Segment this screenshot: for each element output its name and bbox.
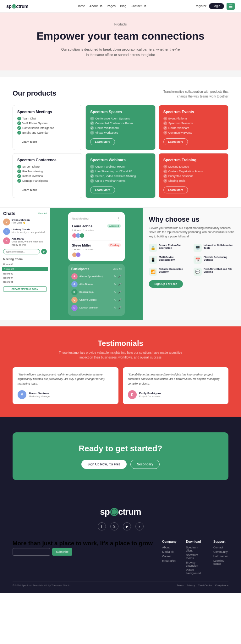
chat-msg: Nice to meet you, see you later! <box>12 231 45 234</box>
product-card-training: Spectrum Training Meeting License Custom… <box>159 153 228 198</box>
participant-3: B Bastian Baja ✎ 🎤 <box>71 289 122 295</box>
participant-name: Aldo Barera <box>79 283 112 286</box>
feature-item: Custom Registration Forms <box>163 169 224 173</box>
hero-tag: Products <box>61 22 180 27</box>
menu-button[interactable]: ☰ <box>227 3 235 10</box>
register-button[interactable]: Register <box>194 4 206 8</box>
hero-subtitle: Our solution is designed to break down g… <box>61 47 180 58</box>
why-feature-text: Real-Time Chat and File Sharing <box>204 268 235 273</box>
meeting-room-title: Meeting Room <box>3 258 47 261</box>
why-title: Why choose us <box>149 215 235 224</box>
nav-pages[interactable]: Pages <box>107 4 116 8</box>
send-button[interactable]: ➤ <box>41 249 47 254</box>
room-1[interactable]: Room #1 <box>3 262 47 266</box>
product-features-conference: Screen Share File Transferring Instant I… <box>17 165 78 183</box>
avatar: D <box>3 219 10 225</box>
footer-compliance[interactable]: Compliance <box>215 584 228 587</box>
room-2-active[interactable]: Room #2 <box>2 267 48 271</box>
participant-name: Bastian Baja <box>79 291 112 293</box>
person-1-time: 2 Hours 15 minutes <box>72 229 121 232</box>
footer-col-company: Company About Media kit Career Integrati… <box>162 540 177 576</box>
testimonials-title: Testimonials <box>13 339 228 348</box>
participant-5: D Damian Johnson ✎ 🎤 <box>71 305 122 311</box>
footer-link-about[interactable]: About <box>162 546 177 549</box>
products-title: Our products <box>13 89 56 97</box>
feature-item: Meeting License <box>163 165 224 169</box>
message-input[interactable] <box>3 249 40 254</box>
cta-secondary-button[interactable]: Secondary <box>130 460 160 469</box>
chat-name: Dylan Johnson <box>12 219 30 221</box>
feature-item: Emails and Calendar <box>17 131 78 135</box>
connection-icon: 📶 <box>149 268 157 276</box>
learn-more-events[interactable]: Learn More <box>163 138 188 145</box>
footer-link-virtual[interactable]: Virtual background <box>186 569 204 575</box>
feature-item: Online Webinars <box>163 126 224 130</box>
footer-privacy[interactable]: Privacy <box>187 584 195 587</box>
product-card-webinars: Spectrum Webinars Custom Webinar Room Li… <box>85 153 155 198</box>
twitter-icon[interactable]: 𝕏 <box>110 522 118 530</box>
footer-link-client[interactable]: Spectrum client <box>186 546 204 552</box>
create-room-button[interactable]: CREATE MEETING ROOM <box>3 286 47 292</box>
nav-blog[interactable]: Blog <box>120 4 126 8</box>
learn-more-meetings[interactable]: Learn More <box>17 139 41 145</box>
nav-about[interactable]: About Us <box>90 4 102 8</box>
subscribe-input[interactable] <box>13 548 50 556</box>
footer-link-media[interactable]: Media kit <box>162 550 177 553</box>
participant-1: A Alyssa Sycinski (Me) ✎ 🎤 <box>71 273 122 280</box>
product-card-meetings: Spectrum Meetings Team Chat VoIP Phone S… <box>13 105 82 150</box>
subscribe-button[interactable]: Subscribe <box>52 548 72 556</box>
room-5[interactable]: Room #5 <box>3 280 47 284</box>
signup-free-button[interactable]: Sign Up For Free <box>149 280 183 288</box>
footer: sp◉ctrum f 𝕏 ▶ ♪ More than just a place … <box>0 496 241 593</box>
footer-link-contact[interactable]: Contact <box>213 546 228 549</box>
nav-contact[interactable]: Contact Us <box>131 4 146 8</box>
product-features-training: Meeting License Custom Registration Form… <box>163 165 224 183</box>
learn-more-spaces[interactable]: Learn More <box>90 138 115 145</box>
author-role-2: Project Coordinator <box>139 395 162 398</box>
feature-item: Community Events <box>163 131 224 135</box>
spotify-icon[interactable]: ♪ <box>135 522 144 530</box>
footer-link-extension[interactable]: Browse extension <box>186 561 204 567</box>
footer-trust-center[interactable]: Trust Center <box>198 584 212 587</box>
learn-more-conference[interactable]: Learn More <box>17 187 41 193</box>
product-card-conference: Spectrum Conference Screen Share File Tr… <box>13 153 82 198</box>
participants-viewall[interactable]: View All <box>113 268 122 270</box>
footer-link-learning[interactable]: Learning center <box>213 559 228 565</box>
meeting-person-2: Steve Miller Pending 5 Hours 15 minutes <box>72 243 121 257</box>
facebook-icon[interactable]: f <box>98 522 106 530</box>
why-feature-4: 📅 Flexible Scheduling Options <box>194 256 235 264</box>
avatar: L <box>3 228 10 235</box>
dots-icon[interactable]: ⋮ <box>117 216 121 221</box>
author-role-1: Marketing Manager <box>29 395 51 398</box>
person-2-badge: Pending <box>108 243 121 247</box>
participant-name: Damian Johnson <box>79 306 112 309</box>
footer-legal: © 2024 Spectrum Template Kit, by Themeve… <box>13 584 228 587</box>
schedule-icon: 📅 <box>194 256 202 264</box>
footer-link-rooms[interactable]: Spectrum rooms <box>186 553 204 560</box>
feature-item: Virtual Workspace <box>90 131 151 135</box>
feature-item: Up to 6 Webinar Rooms <box>90 179 151 183</box>
chats-viewall[interactable]: View All <box>38 212 47 215</box>
why-feature-text: Interactive Collaboration Tools <box>204 244 235 249</box>
footer-link-community[interactable]: Community <box>213 550 228 553</box>
chat-name: Lindsay Claude <box>12 228 45 231</box>
footer-logo-container: sp◉ctrum <box>13 496 228 522</box>
device-icon: 📱 <box>149 256 157 264</box>
youtube-icon[interactable]: ▶ <box>123 522 131 530</box>
participants-card: Participants View All A Alyssa Sycinski … <box>68 264 125 316</box>
learn-more-training[interactable]: Learn More <box>163 186 188 193</box>
cta-primary-button[interactable]: Sign Up Now, It's Free <box>81 460 127 469</box>
footer-link-help[interactable]: Help center <box>213 555 228 558</box>
why-choose-panel: Why choose us Elevate your brand with ou… <box>143 208 241 320</box>
footer-link-career[interactable]: Career <box>162 555 177 558</box>
room-3[interactable]: Room #3 <box>3 272 47 276</box>
room-4[interactable]: Room #4 <box>3 276 47 280</box>
learn-more-webinars[interactable]: Learn More <box>90 186 115 193</box>
footer-terms[interactable]: Terms <box>177 584 184 587</box>
footer-link-integration[interactable]: Integration <box>162 559 177 562</box>
login-button[interactable]: Login <box>209 3 224 9</box>
why-feature-text: Multi-Device Compatibility <box>159 256 190 261</box>
why-feature-text: Flexible Scheduling Options <box>204 256 235 261</box>
chat-name: Ana Maria <box>12 237 47 240</box>
nav-home[interactable]: Home <box>77 4 85 8</box>
